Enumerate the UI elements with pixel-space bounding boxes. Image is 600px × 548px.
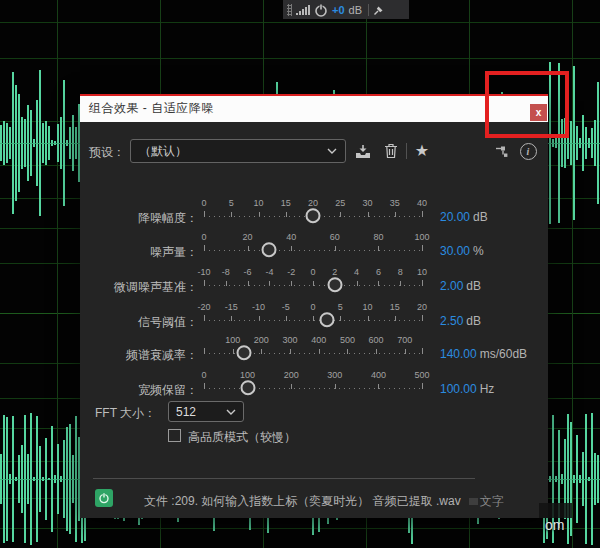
value-number: 2.50 bbox=[440, 314, 463, 328]
tick-label: 500 bbox=[340, 335, 355, 345]
tick-label: 0 bbox=[310, 302, 315, 312]
gain-unit: dB bbox=[349, 4, 362, 16]
value-number: 100.00 bbox=[440, 382, 477, 396]
drag-grip-icon[interactable] bbox=[287, 4, 292, 16]
slider-value: 2.50dB bbox=[440, 314, 481, 328]
power-icon[interactable] bbox=[314, 3, 328, 17]
tick-label: 5 bbox=[229, 198, 234, 208]
tick-label: 100 bbox=[240, 370, 255, 380]
tick-label: 15 bbox=[390, 302, 400, 312]
end-tick bbox=[422, 211, 423, 217]
slider-thumb[interactable] bbox=[319, 312, 334, 327]
tick-label: 20 bbox=[308, 198, 318, 208]
slider-label: 微调噪声基准： bbox=[80, 279, 198, 296]
bottom-right-watermark: om bbox=[545, 517, 564, 533]
effect-rack-icon bbox=[495, 144, 510, 159]
tick-label: 60 bbox=[330, 232, 340, 242]
slider-track[interactable]: 020406080100 bbox=[204, 232, 422, 258]
value-unit: dB bbox=[466, 279, 481, 293]
tick-label: 0 bbox=[201, 198, 206, 208]
end-tick bbox=[204, 280, 205, 286]
favorite-button[interactable]: ★ bbox=[412, 141, 432, 161]
tick-label: 100 bbox=[414, 232, 429, 242]
slider-thumb[interactable] bbox=[237, 345, 252, 360]
footer-divider bbox=[93, 478, 475, 479]
pin-icon[interactable] bbox=[373, 4, 385, 16]
slider-thumb[interactable] bbox=[240, 380, 255, 395]
preset-select[interactable]: （默认） bbox=[130, 139, 346, 163]
slider-track[interactable]: 0510152025303540 bbox=[204, 198, 422, 224]
red-highlight-line bbox=[80, 94, 548, 96]
tick-label: 20 bbox=[417, 302, 427, 312]
tick-label: 20 bbox=[243, 232, 253, 242]
slider-value: 100.00Hz bbox=[440, 382, 494, 396]
slider-value: 140.00ms/60dB bbox=[440, 347, 527, 361]
end-tick bbox=[422, 383, 423, 389]
effect-rack-button[interactable] bbox=[492, 141, 512, 161]
gain-value[interactable]: +0 bbox=[332, 4, 345, 16]
slider-row: 宽频保留：0100200300400500100.00Hz bbox=[80, 370, 548, 400]
slider-row: 降噪幅度：051015202530354020.00dB bbox=[80, 198, 548, 228]
slider-label: 频谱衰减率： bbox=[80, 347, 198, 364]
slider-track[interactable]: -20-15-10-505101520 bbox=[204, 302, 422, 328]
info-button[interactable]: i bbox=[518, 141, 538, 161]
high-quality-checkbox[interactable] bbox=[168, 429, 181, 442]
tick-label: 10 bbox=[253, 198, 263, 208]
end-tick bbox=[204, 315, 205, 321]
value-number: 30.00 bbox=[440, 244, 470, 258]
tick-label: 500 bbox=[414, 370, 429, 380]
watermark-shadow bbox=[539, 503, 572, 518]
slider-track[interactable]: -10-8-6-4-20246810 bbox=[204, 267, 422, 293]
tick-label: 4 bbox=[354, 267, 359, 277]
tick-label: 6 bbox=[376, 267, 381, 277]
preset-row: 预设： （默认） ★ bbox=[80, 139, 548, 165]
fft-row: FFT 大小： 512 bbox=[80, 401, 548, 425]
value-unit: dB bbox=[466, 314, 481, 328]
slider-label: 宽频保留： bbox=[80, 382, 198, 399]
slider-value: 20.00dB bbox=[440, 210, 488, 224]
dialog-title: 组合效果 - 自适应降噪 bbox=[89, 100, 214, 117]
tick-label: 0 bbox=[201, 232, 206, 242]
value-number: 20.00 bbox=[440, 210, 470, 224]
tick-label: -4 bbox=[265, 267, 273, 277]
preset-value: （默认） bbox=[139, 143, 187, 160]
end-tick bbox=[204, 348, 205, 354]
value-unit: ms/60dB bbox=[480, 347, 527, 361]
tick-label: 35 bbox=[390, 198, 400, 208]
slider-label: 降噪幅度： bbox=[80, 210, 198, 227]
grid-line bbox=[0, 58, 600, 59]
fft-size-select[interactable]: 512 bbox=[168, 401, 244, 422]
watermark-icon bbox=[469, 498, 478, 505]
value-unit: Hz bbox=[480, 382, 495, 396]
fft-label: FFT 大小： bbox=[95, 405, 156, 422]
tick-label: -15 bbox=[225, 302, 238, 312]
slider-label: 噪声量： bbox=[80, 244, 198, 261]
tick-label: 400 bbox=[371, 370, 386, 380]
tick-label: 100 bbox=[225, 335, 240, 345]
slider-track[interactable]: 0100200300400500 bbox=[204, 370, 422, 396]
slider-row: 信号阈值：-20-15-10-5051015202.50dB bbox=[80, 302, 548, 332]
slider-thumb[interactable] bbox=[262, 242, 277, 257]
tick-label: 10 bbox=[417, 267, 427, 277]
power-icon bbox=[98, 492, 110, 504]
tick-label: 40 bbox=[417, 198, 427, 208]
delete-preset-button[interactable] bbox=[381, 141, 401, 161]
tick-label: 200 bbox=[254, 335, 269, 345]
slider-thumb[interactable] bbox=[306, 208, 321, 223]
tick-label: -10 bbox=[252, 302, 265, 312]
info-icon: i bbox=[520, 143, 537, 160]
slider-track[interactable]: 100200300400500600700 bbox=[204, 335, 422, 361]
tick-label: 40 bbox=[286, 232, 296, 242]
tick-label: 400 bbox=[311, 335, 326, 345]
adaptive-noise-reduction-dialog: 组合效果 - 自适应降噪 x 预设： （默认） ★ bbox=[80, 95, 548, 518]
slider-label: 信号阈值： bbox=[80, 314, 198, 331]
file-name: 文件 :209. 如何输入指数上标（奕夏时光） 音频已提取 .wav bbox=[144, 494, 461, 508]
save-preset-button[interactable] bbox=[353, 141, 373, 161]
toolbar-separator bbox=[368, 4, 369, 16]
tick-label: 600 bbox=[369, 335, 384, 345]
tick-label: 10 bbox=[362, 302, 372, 312]
dialog-title-bar[interactable]: 组合效果 - 自适应降噪 x bbox=[80, 95, 548, 122]
effect-power-toggle[interactable] bbox=[95, 489, 113, 507]
value-unit: % bbox=[473, 244, 484, 258]
slider-thumb[interactable] bbox=[327, 277, 342, 292]
